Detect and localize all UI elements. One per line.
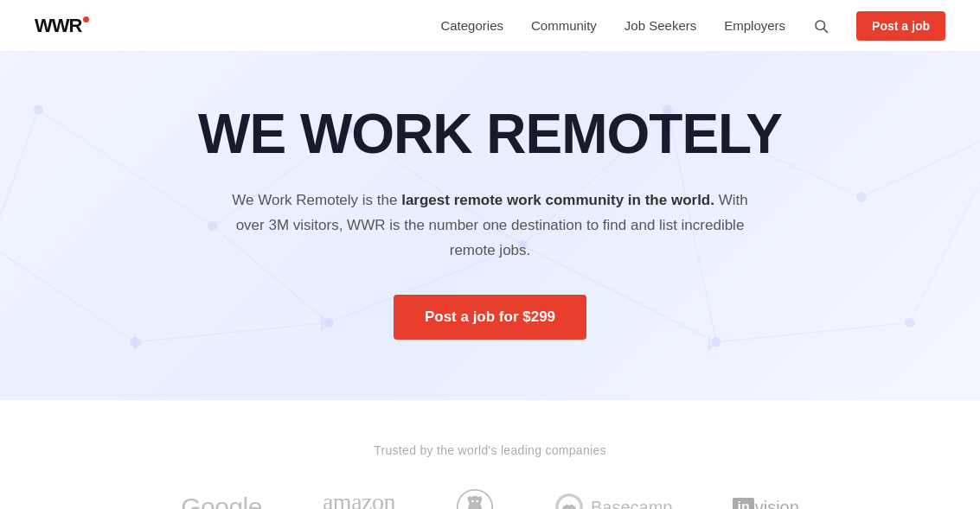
svg-line-8 [0, 110, 38, 245]
hero-heading: WE WORK REMOTELY [198, 104, 782, 164]
hero-content: WE WORK REMOTELY We Work Remotely is the… [198, 104, 782, 340]
trusted-label: Trusted by the world's leading companies [35, 443, 945, 457]
github-icon [456, 488, 494, 509]
main-nav: Categories Community Job Seekers Employe… [440, 11, 945, 41]
basecamp-logo: Basecamp [554, 493, 673, 509]
svg-point-35 [478, 496, 482, 501]
svg-point-37 [476, 500, 478, 503]
nav-categories[interactable]: Categories [440, 18, 503, 33]
header: WWR Categories Community Job Seekers Emp… [0, 0, 980, 52]
nav-job-seekers[interactable]: Job Seekers [625, 18, 696, 33]
invision-in-badge: in [733, 498, 753, 509]
svg-point-34 [468, 496, 471, 501]
nav-employers[interactable]: Employers [724, 18, 785, 33]
hero-subtitle: We Work Remotely is the largest remote w… [222, 188, 759, 264]
logo[interactable]: WWR [35, 15, 81, 37]
svg-point-28 [905, 318, 914, 328]
logo-text: WWR [35, 15, 81, 37]
hero-section: WE WORK REMOTELY We Work Remotely is the… [0, 52, 980, 400]
search-icon [813, 18, 829, 34]
svg-line-7 [862, 130, 980, 197]
svg-point-36 [471, 500, 474, 503]
svg-line-9 [0, 245, 135, 342]
github-logo [456, 488, 494, 509]
logo-dot [83, 16, 89, 22]
invision-text: vision [755, 498, 799, 509]
search-button[interactable] [813, 18, 829, 34]
basecamp-icon [554, 493, 584, 509]
svg-point-22 [856, 192, 866, 201]
nav-community[interactable]: Community [531, 18, 597, 33]
google-logo: Google [181, 493, 262, 509]
svg-point-46 [567, 501, 572, 506]
hero-subtitle-text1: We Work Remotely is the [232, 192, 401, 208]
svg-line-2 [38, 110, 213, 226]
post-job-button[interactable]: Post a job [856, 11, 945, 41]
invision-logo: in vision [733, 498, 798, 509]
hero-cta-button[interactable]: Post a job for $299 [394, 295, 586, 340]
amazon-logo: amazon [323, 488, 395, 509]
svg-line-1 [823, 29, 827, 32]
hero-subtitle-bold: largest remote work community in the wor… [401, 192, 714, 208]
basecamp-text: Basecamp [591, 498, 673, 509]
trusted-section: Trusted by the world's leading companies… [0, 400, 980, 509]
svg-point-17 [34, 105, 43, 115]
trusted-logos: Google amazon [35, 488, 945, 509]
